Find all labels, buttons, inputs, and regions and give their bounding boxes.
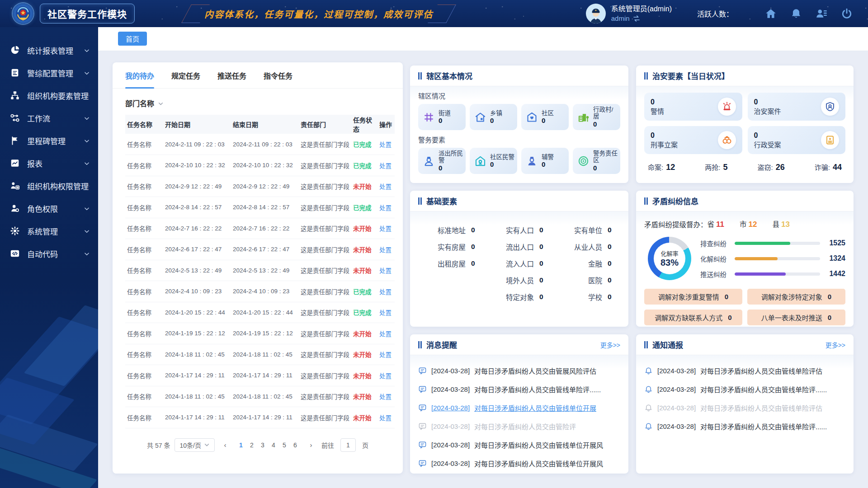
mediation-filter-button[interactable]: 八单一表未及时推送 0: [747, 310, 845, 325]
stat-tile[interactable]: 社区民警 0: [470, 148, 517, 174]
handle-link[interactable]: 处置: [379, 163, 392, 169]
sidebar-item[interactable]: 统计报表管理: [0, 39, 98, 61]
responsibility-area-icon: [577, 155, 590, 167]
notice-item[interactable]: [2024-03-28] 对每日涉矛盾纠纷人员交由管线单险评估: [644, 361, 845, 380]
user-avatar[interactable]: [586, 4, 606, 23]
message-item[interactable]: [2024-03-28] 对每日涉矛盾纠纷人员交由管线单位开展: [418, 399, 620, 417]
stat-tile[interactable]: 行政村/居 0: [573, 104, 620, 130]
task-status: 未开始: [353, 394, 372, 400]
task-name: 任务名称: [125, 386, 163, 407]
handle-link[interactable]: 处置: [379, 394, 392, 400]
mediation-filter-button[interactable]: 调解双方缺联系人方式 0: [644, 310, 742, 325]
todo-tab[interactable]: 我的待办: [125, 62, 154, 89]
sidebar-item[interactable]: 工作流: [0, 107, 98, 129]
tile-value: 0: [651, 131, 678, 140]
security-stat-tile[interactable]: 0 行政受案: [748, 126, 846, 154]
element-value: 0: [608, 293, 619, 301]
message-item[interactable]: [2024-03-28] 对每日涉矛盾纠纷人员交由管险评: [418, 417, 620, 436]
mediation-filter-button[interactable]: 调解对象涉特定对象 0: [747, 289, 845, 305]
dispute-bar: 推送纠纷 1442: [700, 266, 845, 282]
notice-item[interactable]: [2024-03-28] 对每日涉矛盾纠纷人员交由管线单险评......: [644, 417, 845, 436]
handle-link[interactable]: 处置: [379, 310, 392, 316]
handle-link[interactable]: 处置: [379, 247, 392, 253]
username: admin: [611, 14, 630, 23]
next-page-button[interactable]: ›: [305, 441, 317, 449]
chevron-down-icon: [84, 250, 90, 257]
stat-tile[interactable]: 辅警 0: [521, 148, 569, 174]
goto-page-input[interactable]: [340, 438, 356, 452]
tile-name: 辅警: [542, 154, 554, 161]
notice-item[interactable]: [2024-03-28] 对每日涉矛盾纠纷人员交由管线单险评估: [644, 399, 845, 417]
notice-item[interactable]: [2024-03-28] 对每日涉矛盾纠纷人员交由管线单险评......: [644, 380, 845, 399]
task-status: 未开始: [353, 225, 372, 232]
stat-tile[interactable]: 乡镇 0: [470, 104, 517, 130]
tab-home[interactable]: 首页: [118, 32, 147, 46]
power-icon[interactable]: [841, 8, 853, 19]
switch-user-icon[interactable]: [632, 14, 641, 23]
tile-name: 行政村/居: [593, 106, 618, 120]
message-item[interactable]: [2024-03-28] 对每日涉矛盾纠纷人员交由管线单位开展风: [418, 454, 620, 473]
bell-icon[interactable]: [790, 8, 802, 19]
message-item[interactable]: [2024-03-28] 对每日涉矛盾纠纷人员交由管展风险评估: [418, 361, 620, 380]
sidebar-item[interactable]: 角色权限: [0, 197, 98, 220]
stat-tile[interactable]: 派出所民警 0: [418, 148, 466, 174]
task-status: 已完成: [353, 163, 372, 169]
message-item[interactable]: [2024-03-28] 对每日涉矛盾纠纷人员交由管线单位开展风: [418, 436, 620, 454]
page-number[interactable]: 3: [257, 439, 268, 451]
bell-icon: [644, 404, 653, 412]
handle-link[interactable]: 处置: [379, 331, 392, 338]
sidebar-item[interactable]: 系统管理: [0, 220, 98, 242]
gear-icon: [10, 226, 20, 236]
home-icon[interactable]: [765, 8, 777, 19]
more-link[interactable]: 更多>>: [826, 340, 845, 349]
page-number[interactable]: 6: [290, 439, 301, 451]
handle-link[interactable]: 处置: [379, 352, 392, 358]
page-number[interactable]: 2: [246, 439, 257, 451]
handle-link[interactable]: 处置: [379, 205, 392, 211]
task-name: 任务名称: [125, 323, 163, 344]
todo-tab[interactable]: 指令任务: [264, 62, 292, 89]
base-element: 实有人口 0: [483, 221, 551, 238]
handle-link[interactable]: 处置: [379, 141, 392, 148]
element-value: 0: [539, 259, 551, 267]
users-icon[interactable]: [816, 8, 827, 19]
todo-tab[interactable]: 推送任务: [217, 62, 246, 89]
handle-link[interactable]: 处置: [379, 415, 392, 422]
station-officer-icon: [423, 155, 435, 167]
notice-date: [2024-03-28]: [657, 385, 696, 393]
sidebar-item[interactable]: 报表: [0, 152, 98, 174]
sidebar-item[interactable]: 警综配置管理: [0, 61, 98, 84]
sidebar-item[interactable]: 组织机构要素管理: [0, 84, 98, 107]
page-size-select[interactable]: 10条/页: [175, 438, 214, 452]
message-item[interactable]: [2024-03-28] 对每日涉矛盾纠纷人员交由管线单险评......: [418, 380, 620, 399]
page-number[interactable]: 1: [236, 439, 246, 451]
stat-tile[interactable]: 警务责任区 0: [573, 148, 620, 174]
handle-link[interactable]: 处置: [379, 289, 392, 296]
task-department: 这是责任部门字段: [299, 323, 351, 344]
stat-tile[interactable]: 社区 0: [521, 104, 569, 130]
security-stat-tile[interactable]: 0 警情: [644, 93, 742, 121]
prev-page-button[interactable]: ‹: [219, 441, 231, 449]
mediation-filter-button[interactable]: 调解对象涉重复警情 0: [644, 289, 742, 305]
message-icon: [418, 459, 427, 468]
page-number[interactable]: 4: [268, 439, 279, 451]
more-link[interactable]: 更多>>: [600, 340, 620, 349]
message-date: [2024-03-28]: [431, 441, 470, 449]
todo-tab[interactable]: 规定任务: [171, 62, 200, 89]
security-stat-tile[interactable]: 0 刑事立案: [644, 126, 742, 154]
sidebar-item[interactable]: 里程碑管理: [0, 129, 98, 152]
handle-link[interactable]: 处置: [379, 225, 392, 232]
table-row: 任务名称 2024-1-18 11 : 02 : 45 2024-1-18 11…: [125, 344, 395, 365]
handle-link[interactable]: 处置: [379, 267, 392, 274]
security-stat-tile[interactable]: 0 治安案件: [748, 93, 846, 121]
sidebar-item[interactable]: 自动代码: [0, 242, 98, 265]
department-filter[interactable]: 部门名称: [113, 89, 403, 111]
notice-date: [2024-03-28]: [657, 404, 696, 412]
page-number[interactable]: 5: [279, 439, 290, 451]
handle-link[interactable]: 处置: [379, 373, 392, 380]
sidebar-item[interactable]: 组织机构权限管理: [0, 174, 98, 197]
table-row: 任务名称 2024-2-8 14 : 22 : 57 2024-2-8 14 :…: [125, 197, 395, 218]
handle-link[interactable]: 处置: [379, 183, 392, 190]
stat-tile[interactable]: 街道 0: [418, 104, 466, 130]
security-panel: 治安要素【当日状况】 0 警情: [636, 66, 854, 183]
